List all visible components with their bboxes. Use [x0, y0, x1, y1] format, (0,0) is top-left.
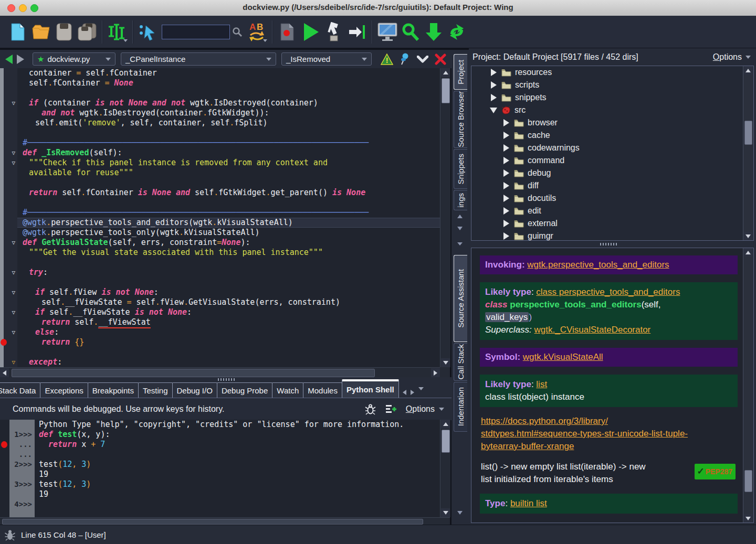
gutter-cell[interactable]	[0, 317, 17, 327]
download-green-button[interactable]	[423, 20, 444, 44]
status-bug-icon[interactable]	[4, 529, 16, 541]
code-line[interactable]	[0, 128, 440, 138]
tab-debug-i-o[interactable]: Debug I/O	[172, 382, 217, 398]
code-line[interactable]	[0, 198, 440, 208]
gutter-cell[interactable]: ▽	[0, 158, 17, 168]
strip-menu-icon[interactable]	[456, 240, 464, 248]
refresh-green-button[interactable]	[446, 20, 467, 44]
warning-triangle-icon[interactable]: !	[379, 52, 395, 66]
caret-right-icon[interactable]	[491, 69, 497, 76]
gutter-cell[interactable]	[0, 68, 17, 78]
code-line[interactable]: ▽except:	[0, 357, 440, 367]
tree-item-external[interactable]: external	[471, 217, 753, 230]
code-line[interactable]: @wgtk.perspective_tools_only(wgtk.kVisua…	[0, 228, 440, 238]
tree-item-diff[interactable]: diff	[471, 179, 753, 192]
fold-toggle-icon[interactable]: ▽	[12, 99, 15, 108]
code-line[interactable]: ▽if self.fView is not None:	[0, 287, 440, 297]
step-out-button[interactable]	[346, 20, 368, 44]
code-line[interactable]: and not wgtk.IsDestroyed(container.fGtkW…	[0, 108, 440, 118]
gutter-cell[interactable]	[0, 108, 17, 118]
save-button[interactable]	[54, 20, 75, 44]
panel-splitter[interactable]	[600, 243, 618, 246]
caret-down-icon[interactable]	[490, 108, 497, 113]
member-selector[interactable]: _IsRemoved	[281, 52, 372, 66]
tabs-scroll-right-icon[interactable]	[411, 390, 414, 395]
gutter-cell[interactable]	[0, 118, 17, 128]
fold-toggle-icon[interactable]: ▽	[12, 268, 15, 277]
search-input[interactable]	[162, 25, 229, 39]
shell-line[interactable]: 1>>>def test(x, y):	[0, 430, 440, 440]
shell-margin[interactable]	[0, 489, 9, 499]
gutter-cell[interactable]	[0, 168, 17, 178]
assistant-link[interactable]: stdtypes.html#sequence-types-str-unicode…	[481, 429, 688, 439]
scroll-right-icon[interactable]	[431, 368, 440, 377]
assistant-link[interactable]: wgtk._CVisualStateDecorator	[534, 325, 651, 335]
shell-line[interactable]: 3>>>test(12, 3)	[0, 479, 440, 489]
shell-margin[interactable]	[0, 460, 9, 470]
pointer-select-button[interactable]	[138, 20, 159, 44]
code-line[interactable]: @wgtk.perspective_tools_and_editors(wgtk…	[0, 218, 440, 228]
tree-item-browser[interactable]: browser	[471, 116, 753, 129]
gutter-cell[interactable]	[0, 258, 17, 268]
code-line[interactable]: self.fContainer = None	[0, 78, 440, 88]
tree-item-command[interactable]: command	[471, 154, 753, 167]
caret-right-icon[interactable]	[491, 94, 497, 101]
close-x-icon[interactable]	[433, 52, 448, 66]
debug-bug-icon[interactable]	[364, 403, 376, 415]
gutter-cell[interactable]	[0, 78, 17, 88]
assistant-link[interactable]: wgtk.perspective_tools_and_editors	[527, 260, 669, 270]
tab-python-shell[interactable]: Python Shell	[342, 379, 399, 398]
tool-tab-project[interactable]: Project	[454, 54, 467, 90]
tree-item-codewarnings[interactable]: codewarnings	[471, 142, 753, 154]
assistant-link[interactable]: class perspective_tools_and_editors	[536, 287, 680, 297]
tabs-menu-icon[interactable]	[418, 387, 424, 390]
shell-hscrollbar[interactable]	[0, 517, 450, 525]
scroll-up-icon[interactable]	[441, 68, 450, 77]
tabs-scroll-left-icon[interactable]	[403, 390, 406, 395]
assistant-link[interactable]: bytearray-buffer-xrange	[481, 441, 574, 451]
tree-item-docutils[interactable]: docutils	[471, 192, 753, 205]
shell-margin[interactable]	[0, 440, 9, 450]
search-icon[interactable]	[232, 27, 243, 37]
debug-file-button[interactable]	[277, 20, 298, 44]
gutter-cell[interactable]	[0, 228, 17, 238]
shell-line[interactable]: Python Type "help", "copyright", "credit…	[0, 420, 440, 430]
shell-options-button[interactable]: Options	[406, 404, 444, 414]
file-selector[interactable]: ★ dockview.py	[33, 52, 116, 66]
run-play-button[interactable]	[300, 20, 321, 44]
gutter-cell[interactable]	[0, 188, 17, 198]
gutter-cell[interactable]: ▽	[0, 238, 17, 248]
shell-line[interactable]: 4>>>	[0, 499, 440, 509]
tree-item-src[interactable]: src	[471, 104, 753, 116]
gutter-cell[interactable]: ▽	[0, 98, 17, 108]
code-line[interactable]: ▽if (container is not None and not wgtk.…	[0, 98, 440, 108]
tool-tab-source-browser[interactable]: Source Browser	[454, 91, 467, 148]
assistant-link[interactable]: https://docs.python.org/3/library/	[481, 416, 608, 426]
scroll-down-icon[interactable]	[441, 358, 450, 367]
gutter-cell[interactable]: ▽	[0, 327, 17, 337]
assistant-link[interactable]: wgtk.kVisualStateAll	[523, 352, 603, 362]
caret-right-icon[interactable]	[503, 182, 509, 189]
code-line[interactable]	[0, 258, 440, 268]
tree-item-guimgr[interactable]: guimgr	[471, 230, 753, 241]
gutter-cell[interactable]	[0, 297, 17, 307]
open-folder-button[interactable]	[30, 20, 51, 44]
assistant-link[interactable]: list	[536, 379, 547, 389]
scroll-thumb[interactable]	[744, 121, 752, 145]
gutter-cell[interactable]: ▽	[0, 148, 17, 158]
tree-item-scripts[interactable]: scripts	[471, 79, 753, 91]
fold-toggle-icon[interactable]: ▽	[12, 308, 15, 317]
caret-right-icon[interactable]	[503, 157, 509, 164]
gutter-cell[interactable]	[0, 218, 17, 228]
tab-exceptions[interactable]: Exceptions	[40, 382, 88, 398]
code-line[interactable]: return self.__fViewStat	[0, 317, 440, 327]
scroll-down-icon[interactable]	[744, 232, 752, 240]
python-shell[interactable]: Python Type "help", "copyright", "credit…	[0, 420, 440, 517]
replace-ab-button[interactable]: AB	[247, 20, 268, 44]
code-line[interactable]	[0, 278, 440, 287]
code-line[interactable]: return {}	[0, 337, 440, 347]
tab-watch[interactable]: Watch	[272, 382, 303, 398]
strip-scroll-up-icon[interactable]	[456, 212, 464, 220]
caret-right-icon[interactable]	[503, 207, 509, 215]
gutter-cell[interactable]: ▽	[0, 307, 17, 317]
